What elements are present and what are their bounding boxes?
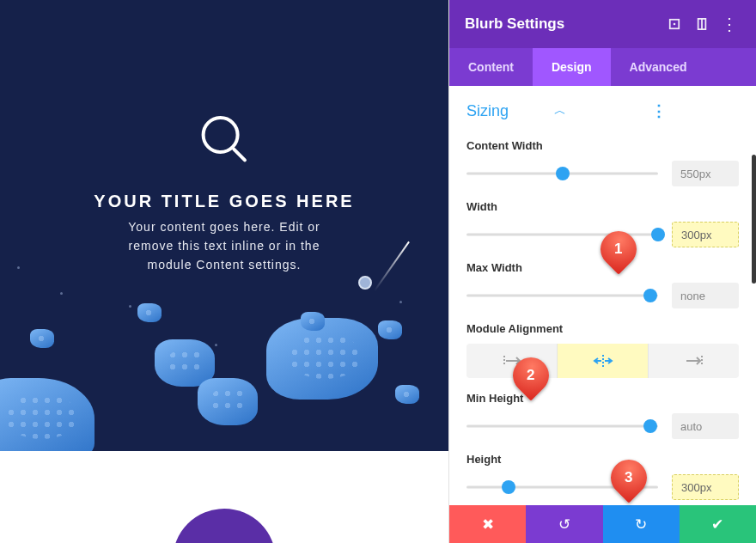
field-label: Min Height [466, 392, 739, 405]
height-slider[interactable] [466, 479, 658, 496]
align-left-button[interactable] [466, 344, 557, 378]
min-height-value[interactable]: auto [672, 413, 739, 439]
width-value[interactable]: 300px [672, 222, 739, 247]
max-width-value[interactable]: none [672, 283, 739, 308]
slider-thumb[interactable] [556, 167, 570, 180]
svg-point-1 [674, 23, 676, 26]
slider-thumb[interactable] [651, 228, 665, 241]
asteroid-graphic [378, 320, 402, 339]
star-graphic [399, 301, 402, 303]
redo-button[interactable]: ↻ [603, 505, 680, 543]
scrollbar[interactable] [752, 155, 756, 284]
alignment-segment [466, 344, 739, 378]
tab-design[interactable]: Design [533, 48, 611, 86]
slider-thumb[interactable] [643, 419, 657, 433]
star-graphic [215, 344, 217, 346]
slider-thumb[interactable] [643, 289, 657, 302]
min-height-slider[interactable] [466, 418, 658, 435]
content-width-slider[interactable] [466, 165, 658, 182]
star-graphic [60, 292, 63, 295]
tab-content[interactable]: Content [449, 48, 533, 86]
field-label: Module Alignment [466, 322, 739, 335]
panel-body: Sizing ︿ ⋮ Content Width 550px Width [449, 86, 756, 505]
kebab-menu-icon[interactable]: ⋮ [718, 13, 741, 35]
panel-header: Blurb Settings ⋮ [449, 0, 756, 48]
height-value[interactable]: 300px [672, 474, 739, 500]
hero-section: YOUR TITLE GOES HERE Your content goes h… [0, 0, 448, 451]
asteroid-graphic [198, 378, 258, 425]
field-label: Height [466, 453, 739, 466]
asteroid-graphic [137, 303, 162, 322]
field-max-width: Max Width none [466, 261, 739, 308]
settings-panel: Blurb Settings ⋮ Content Design Advanced… [448, 0, 756, 543]
field-content-width: Content Width 550px [466, 139, 739, 186]
asteroid-graphic [0, 378, 94, 451]
kebab-menu-icon[interactable]: ⋮ [651, 101, 739, 120]
star-graphic [129, 305, 131, 308]
align-right-button[interactable] [648, 344, 739, 378]
asteroid-graphic [30, 329, 54, 348]
align-center-button[interactable] [557, 344, 648, 378]
panel-title: Blurb Settings [465, 15, 663, 33]
star-graphic [17, 266, 20, 269]
save-button[interactable]: ✔ [680, 505, 756, 543]
blurb-body[interactable]: Your content goes here. Edit or remove t… [0, 217, 448, 274]
max-width-slider[interactable] [466, 287, 658, 304]
slider-thumb[interactable] [502, 480, 515, 494]
panel-footer: ✖ ↺ ↻ ✔ [449, 505, 756, 543]
asteroid-graphic [266, 318, 378, 400]
asteroid-graphic [395, 385, 419, 404]
field-label: Content Width [466, 139, 739, 152]
page-preview: YOUR TITLE GOES HERE Your content goes h… [0, 0, 448, 543]
search-icon [202, 116, 240, 154]
width-slider[interactable] [466, 226, 658, 243]
blurb-title[interactable]: YOUR TITLE GOES HERE [0, 192, 448, 211]
asteroid-graphic [301, 312, 325, 331]
field-width: Width 300px [466, 200, 739, 247]
section-header[interactable]: Sizing ︿ ⋮ [466, 101, 739, 125]
responsive-icon[interactable] [691, 13, 713, 35]
content-width-value[interactable]: 550px [672, 161, 739, 186]
decorative-circle [173, 509, 276, 543]
expand-icon[interactable] [663, 13, 686, 35]
field-alignment: Module Alignment [466, 322, 739, 378]
cancel-button[interactable]: ✖ [449, 505, 526, 543]
tab-advanced[interactable]: Advanced [611, 48, 706, 86]
undo-button[interactable]: ↺ [526, 505, 602, 543]
app-root: YOUR TITLE GOES HERE Your content goes h… [0, 0, 756, 543]
section-title: Sizing [466, 102, 554, 120]
settings-tabs: Content Design Advanced [449, 48, 756, 86]
field-min-height: Min Height auto [466, 392, 739, 439]
field-height: Height 300px [466, 453, 739, 500]
field-label: Width [466, 200, 739, 213]
field-label: Max Width [466, 261, 739, 274]
chevron-up-icon[interactable]: ︿ [554, 103, 642, 119]
